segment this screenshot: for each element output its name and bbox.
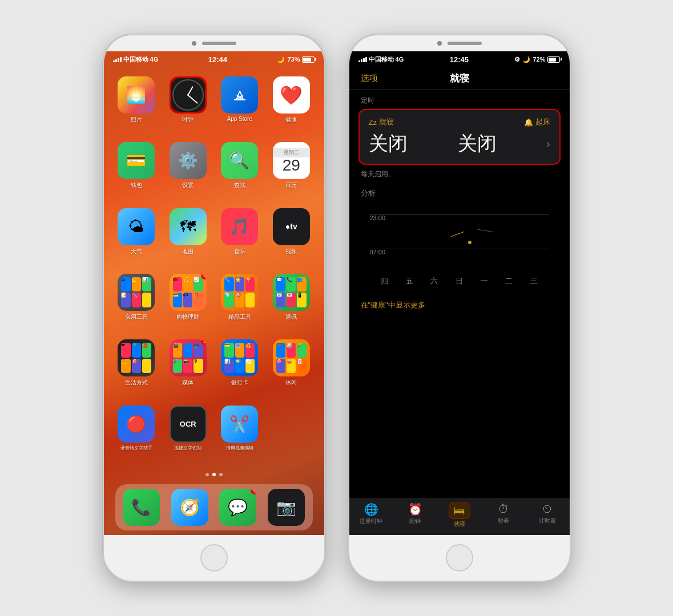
phone-2: 中国移动 4G 12:45 ⚙ 🌙 72% 选项 就寝 xyxy=(348,34,571,582)
sleep-label: Zz 就寝 xyxy=(369,117,394,127)
page-dot-3 xyxy=(219,473,223,476)
app-music[interactable]: 🎵 音乐 xyxy=(219,208,261,265)
dock-camera[interactable]: 📷 xyxy=(264,489,308,526)
tab-timer[interactable]: ⏲ 计时器 xyxy=(525,502,569,528)
app-photos[interactable]: 🌅 照片 xyxy=(115,76,158,133)
status-bar-1: 中国移动 4G 12:44 🌙 73% xyxy=(104,51,324,67)
app-health[interactable]: ❤️ 健康 xyxy=(270,76,313,133)
folder-grid-quality: 🔧 ⭐ 🏆 💎 🎯 ✨ xyxy=(221,274,258,311)
dock-icon-camera: 📷 xyxy=(268,489,305,526)
app-label-media: 媒体 xyxy=(182,379,194,387)
clock-face xyxy=(172,79,204,111)
sleep-content: 定时 Zz 就寝 🔔 起床 xyxy=(349,90,570,499)
day-mon: 一 xyxy=(481,276,488,286)
clock-minute-hand xyxy=(188,95,198,103)
app-label-clock: 时钟 xyxy=(182,116,194,124)
app-label-appletv: 视频 xyxy=(285,248,297,256)
time-2: 12:45 xyxy=(450,55,469,64)
tab-label-sleep: 就寝 xyxy=(454,520,465,528)
folder-grid-banking: 💳 🏦 💰 📊 💵 📈 xyxy=(221,339,258,376)
app-label-photos: 照片 xyxy=(131,116,142,124)
app-lifestyle-folder[interactable]: ❤ 🏃 🍎 🧘 🎯 ⭐ 生活方式 xyxy=(115,339,158,396)
home-button-2[interactable] xyxy=(446,544,473,572)
app-settings[interactable]: ⚙️ 设置 xyxy=(167,142,209,198)
app-label-find: 查找 xyxy=(234,181,245,189)
bedtime-row-header: Zz 就寝 🔔 起床 xyxy=(369,117,550,127)
app-wallet[interactable]: 💳 钱包 xyxy=(115,142,158,198)
app-leisure-folder[interactable]: 🎮 🎲 🧩 🎯 🎪 🃏 休闲 xyxy=(270,339,313,396)
folder-grid-leisure: 🎮 🎲 🧩 🎯 🎪 🃏 xyxy=(273,339,310,376)
bedtime-row[interactable]: Zz 就寝 🔔 起床 关闭 关闭 › xyxy=(358,109,561,165)
dock-icon-phone: 📞 xyxy=(123,489,160,526)
dock-safari[interactable]: 🧭 xyxy=(168,489,212,526)
tab-alarm[interactable]: ⏰ 闹钟 xyxy=(393,502,437,528)
tab-sleep[interactable]: 🛏 就寝 xyxy=(437,502,481,528)
app-find[interactable]: 🔍 查找 xyxy=(219,142,261,198)
dock-phone[interactable]: 📞 xyxy=(120,489,164,526)
app-clock[interactable]: 时钟 xyxy=(167,76,209,133)
app-label-wallet: 钱包 xyxy=(131,181,142,189)
app-label-maps: 地图 xyxy=(182,248,194,256)
tab-label-stopwatch: 秒表 xyxy=(498,517,509,525)
app-icon-settings: ⚙️ xyxy=(170,142,207,179)
app-record[interactable]: 🔴 录音转文字助手 xyxy=(115,406,158,460)
app-video[interactable]: ✂️ 清爽视频编辑 xyxy=(219,406,261,460)
sleep-text: 就寝 xyxy=(379,117,394,127)
app-icon-health: ❤️ xyxy=(273,76,310,114)
sleep-zzz-icon: Zz xyxy=(369,118,377,127)
chart-dot-1 xyxy=(468,241,471,244)
app-icon-calendar: 星期三 29 xyxy=(273,142,310,179)
app-banking-folder[interactable]: 💳 🏦 💰 📊 💵 📈 银行卡 xyxy=(219,339,261,396)
sleep-chart: 23:00 07:00 xyxy=(370,203,549,271)
folder-grid-tools: 🗂 📐 📊 📝 🔧 ⚡ xyxy=(118,274,155,311)
back-button[interactable]: 选项 xyxy=(361,73,378,84)
app-maps[interactable]: 🗺 地图 xyxy=(167,208,209,265)
app-icon-video: ✂️ xyxy=(221,406,258,443)
health-link[interactable]: 在"健康"中显示更多 xyxy=(349,295,570,315)
status-right-1: 🌙 73% xyxy=(277,56,315,63)
tab-world-clock[interactable]: 🌐 世界时钟 xyxy=(349,502,393,528)
tab-label-alarm: 闹钟 xyxy=(409,517,421,525)
app-appletv[interactable]: ●tv 视频 xyxy=(270,208,313,265)
app-media-folder[interactable]: 🎬 🎵 📺 🎤 📸 🎙 1 媒体 xyxy=(167,339,209,396)
app-label-appstore: App Store xyxy=(227,116,252,122)
app-label-shopping: 购物理财 xyxy=(176,313,199,321)
app-appstore[interactable]: A App Store xyxy=(219,76,261,133)
page-dot-1 xyxy=(205,473,209,476)
wake-text: 起床 xyxy=(535,117,550,127)
app-icon-music: 🎵 xyxy=(221,208,258,245)
days-row: 四 五 六 日 一 二 三 xyxy=(361,271,558,291)
app-icon-appstore: A xyxy=(221,76,258,114)
tab-stopwatch[interactable]: ⏱ 秒表 xyxy=(481,502,525,528)
front-camera-1 xyxy=(192,41,196,46)
dock-messages[interactable]: 💬 1 xyxy=(216,489,260,526)
app-ocr[interactable]: OCR 迅捷文字识别 xyxy=(167,406,209,460)
page-dot-2 xyxy=(212,473,216,476)
phone-bottom-1 xyxy=(104,535,324,581)
app-shopping-folder[interactable]: 🛍 💰 📈 💳 🏷 🎁 2 购物理财 xyxy=(167,274,209,330)
battery-percent-2: 72% xyxy=(533,56,545,63)
signal-icon-2 xyxy=(358,56,367,62)
app-contacts-folder[interactable]: 💬 📞 👥 📧 💌 📱 通讯 xyxy=(270,274,313,330)
app-quality-folder[interactable]: 🔧 ⭐ 🏆 💎 🎯 ✨ 精品工具 xyxy=(219,274,261,330)
app-tools-folder[interactable]: 🗂 📐 📊 📝 🔧 ⚡ 实用工具 xyxy=(115,274,158,330)
app-weather[interactable]: 🌤 天气 xyxy=(115,208,158,265)
daily-label: 每天启用。 xyxy=(349,165,570,184)
time-1: 12:44 xyxy=(208,55,227,64)
app-icon-maps: 🗺 xyxy=(170,208,207,245)
phone-top-1 xyxy=(104,35,324,51)
folder-grid-contacts: 💬 📞 👥 📧 💌 📱 xyxy=(273,274,310,311)
chart-label-07: 07:00 xyxy=(370,249,386,256)
app-label-calendar: 日历 xyxy=(285,181,297,189)
app-grid: 🌅 照片 时钟 xyxy=(104,67,324,469)
app-label-video: 清爽视频编辑 xyxy=(226,445,253,451)
badge-messages: 1 xyxy=(251,489,256,495)
home-button-1[interactable] xyxy=(200,544,228,572)
app-icon-wallet: 💳 xyxy=(118,142,155,179)
app-label-health: 健康 xyxy=(285,116,297,124)
phone-screen-2: 中国移动 4G 12:45 ⚙ 🌙 72% 选项 就寝 xyxy=(349,51,570,535)
battery-percent-1: 73% xyxy=(287,56,300,63)
app-calendar[interactable]: 星期三 29 日历 xyxy=(270,142,313,198)
day-wed: 三 xyxy=(530,276,538,286)
app-label-settings: 设置 xyxy=(182,181,194,189)
